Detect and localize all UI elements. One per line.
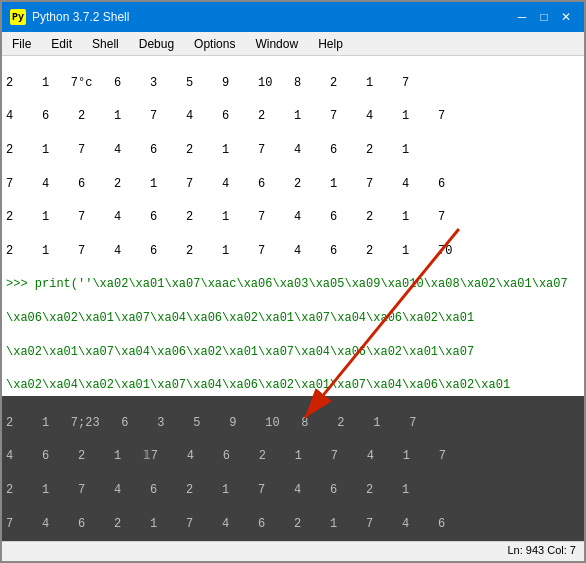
dark-line: 7 4 6 2 1 7 4 6 2 1 7 4 6: [6, 516, 580, 533]
title-bar: Py Python 3.7.2 Shell ─ □ ✕: [2, 2, 584, 32]
menu-file[interactable]: File: [2, 35, 41, 53]
output-line: \xa02\xa04\xa02\xa01\xa07\xa04\xa06\xa02…: [6, 377, 580, 394]
output-line: \xa06\xa02\xa01\xa07\xa04\xa06\xa02\xa01…: [6, 310, 580, 327]
menu-edit[interactable]: Edit: [41, 35, 82, 53]
window-title: Python 3.7.2 Shell: [32, 10, 129, 24]
dark-output-section: 2 1 7;23 6 3 5 9 10 8 2 1 7 4 6 2 1 𝟙7 4…: [2, 396, 584, 541]
menu-shell[interactable]: Shell: [82, 35, 129, 53]
dark-line: 2 1 7 4 6 2 1 7 4 6 2 1: [6, 482, 580, 499]
print-command-1: >>> print(''\xa02\xa01\xa07\xaac\xa06\xa…: [6, 276, 580, 293]
output-line: 4 6 2 1 7 4 6 2 1 7 4 1 7: [6, 108, 580, 125]
close-button[interactable]: ✕: [556, 7, 576, 27]
cursor-position: Ln: 943 Col: 7: [508, 544, 577, 559]
dark-line: 2 1 7;23 6 3 5 9 10 8 2 1 7: [6, 415, 580, 432]
title-bar-left: Py Python 3.7.2 Shell: [10, 9, 129, 25]
output-area[interactable]: 2 1 7°c 6 3 5 9 10 8 2 1 7 4 6 2 1 7 4 6…: [2, 56, 584, 396]
status-bar: Ln: 943 Col: 7: [2, 541, 584, 561]
maximize-button[interactable]: □: [534, 7, 554, 27]
output-line: 7 4 6 2 1 7 4 6 2 1 7 4 6: [6, 176, 580, 193]
output-line: 2 1 7 4 6 2 1 7 4 6 2 1: [6, 142, 580, 159]
output-line: 2 1 7 4 6 2 1 7 4 6 2 1 70: [6, 243, 580, 260]
shell-main: 2 1 7°c 6 3 5 9 10 8 2 1 7 4 6 2 1 7 4 6…: [2, 56, 584, 541]
python-icon: Py: [10, 9, 26, 25]
main-window: Py Python 3.7.2 Shell ─ □ ✕ File Edit Sh…: [0, 0, 586, 563]
dark-line: 4 6 2 1 𝟙7 4 6 2 1 7 4 1 7: [6, 448, 580, 465]
menu-help[interactable]: Help: [308, 35, 353, 53]
menu-debug[interactable]: Debug: [129, 35, 184, 53]
menu-window[interactable]: Window: [245, 35, 308, 53]
output-line: 2 1 7 4 6 2 1 7 4 6 2 1 7: [6, 209, 580, 226]
menu-options[interactable]: Options: [184, 35, 245, 53]
title-buttons: ─ □ ✕: [512, 7, 576, 27]
minimize-button[interactable]: ─: [512, 7, 532, 27]
output-line: \xa02\xa01\xa07\xa04\xa06\xa02\xa01\xa07…: [6, 344, 580, 361]
output-line: 2 1 7°c 6 3 5 9 10 8 2 1 7: [6, 75, 580, 92]
menu-bar: File Edit Shell Debug Options Window Hel…: [2, 32, 584, 56]
